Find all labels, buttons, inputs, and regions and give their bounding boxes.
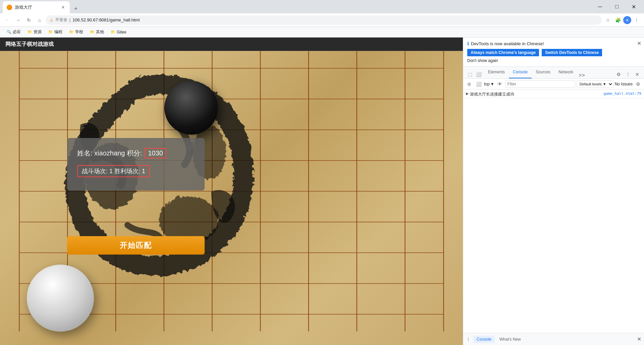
extensions-button[interactable]: 🧩 bbox=[613, 15, 623, 25]
expand-caret[interactable]: ▶ bbox=[466, 91, 469, 96]
forward-button[interactable]: → bbox=[13, 15, 23, 25]
bookmarks-bar: 🔍 必应 📁 资源 📁 编程 📁 学校 📁 其他 📁 Gitee bbox=[0, 27, 644, 38]
player-score-row: 姓名: xiaozhang 积分: 1030 bbox=[77, 148, 195, 158]
new-tab-button[interactable]: + bbox=[71, 4, 80, 13]
tab-title: 游戏大厅 bbox=[15, 4, 58, 10]
security-icon: ⚠ bbox=[50, 18, 53, 22]
info-icon: ℹ bbox=[467, 41, 469, 46]
no-issues-label: No Issues bbox=[615, 82, 633, 86]
bookmark-label: 编程 bbox=[54, 29, 62, 35]
folder-icon: 📁 bbox=[90, 30, 95, 34]
devtools-language-banner: ℹ DevTools is now available in Chinese! … bbox=[463, 38, 644, 67]
bookmark-label: 学校 bbox=[75, 29, 83, 35]
address-bar[interactable]: ⚠ 不安全 | 106.52.90.67:8081/game_hall.html bbox=[46, 15, 602, 25]
bookmark-star-button[interactable]: ☆ bbox=[603, 15, 612, 25]
active-tab[interactable]: 游戏大厅 ✕ bbox=[3, 1, 70, 13]
log-message: 游戏大厅长连接建立成功 bbox=[470, 91, 603, 97]
log-entry: ▶ 游戏大厅长连接建立成功 game_hall.html:79 bbox=[463, 91, 644, 98]
player-name-label: 姓名: xiaozhang 积分: bbox=[77, 149, 142, 158]
context-selector-label: top bbox=[484, 82, 490, 86]
device-toolbar-button[interactable]: ⬜ bbox=[475, 70, 483, 78]
folder-icon: 📁 bbox=[111, 30, 115, 34]
tab-close-button[interactable]: ✕ bbox=[60, 5, 66, 10]
banner-close-button[interactable]: ✕ bbox=[637, 40, 641, 47]
bookmark-label: Gitee bbox=[117, 30, 126, 34]
back-button[interactable]: ← bbox=[3, 15, 12, 25]
log-levels-select[interactable]: Default levels ▼ bbox=[577, 80, 613, 88]
devtools-more-button[interactable]: ⋮ bbox=[624, 70, 632, 78]
banner-title-text: DevTools is now available in Chinese! bbox=[471, 41, 544, 46]
start-match-button[interactable]: 开始匹配 bbox=[67, 236, 205, 255]
console-filter-input[interactable] bbox=[505, 80, 575, 88]
bookmark-school[interactable]: 📁 学校 bbox=[66, 28, 86, 36]
page-title-bar: 网络五子棋对战游戏 bbox=[0, 38, 463, 51]
clear-console-button[interactable]: ⊘ bbox=[465, 80, 473, 88]
bookmark-gitee[interactable]: 📁 Gitee bbox=[108, 29, 129, 35]
devtools-bottom-bar: ⋮ Console What's New ✕ bbox=[463, 333, 644, 345]
network-tab-label: Network bbox=[558, 70, 573, 74]
battle-text: 战斗场次: 1 胜利场次: 1 bbox=[77, 165, 150, 177]
banner-title-row: ℹ DevTools is now available in Chinese! bbox=[467, 41, 640, 46]
search-icon: 🔍 bbox=[7, 30, 11, 34]
tab-console[interactable]: Console bbox=[509, 66, 532, 78]
battle-stats-row: 战斗场次: 1 胜利场次: 1 bbox=[77, 165, 195, 177]
menu-button[interactable]: ⋮ bbox=[632, 15, 641, 25]
score-value: 1030 bbox=[145, 148, 166, 158]
collapse-button[interactable]: ⬜ bbox=[475, 80, 483, 88]
profile-button[interactable]: A bbox=[623, 16, 631, 24]
live-expressions-button[interactable]: 👁 bbox=[496, 80, 504, 88]
page-title: 网络五子棋对战游戏 bbox=[5, 41, 54, 48]
devtools-close-button[interactable]: ✕ bbox=[633, 70, 641, 78]
start-btn-label: 开始匹配 bbox=[120, 240, 152, 251]
context-dropdown-icon[interactable]: ▼ bbox=[490, 82, 494, 86]
minimize-button[interactable]: ─ bbox=[592, 1, 608, 12]
black-ball bbox=[164, 81, 218, 135]
bookmark-bingai[interactable]: 🔍 必应 bbox=[4, 28, 23, 36]
always-match-language-button[interactable]: Always match Chrome's language bbox=[467, 49, 539, 56]
bookmark-resources[interactable]: 📁 资源 bbox=[25, 28, 44, 36]
not-secure-label: 不安全 bbox=[55, 17, 67, 23]
devtools-settings-button[interactable]: ⚙ bbox=[614, 70, 623, 78]
url-text: 106.52.90.67:8081/game_hall.html bbox=[72, 17, 598, 22]
bookmark-other[interactable]: 📁 其他 bbox=[87, 28, 107, 36]
bottom-more-button[interactable]: ⋮ bbox=[466, 337, 471, 342]
log-source[interactable]: game_hall.html:79 bbox=[603, 91, 641, 96]
reload-button[interactable]: ↻ bbox=[24, 15, 34, 25]
elements-tab-label: Elements bbox=[488, 70, 505, 74]
devtools-panel: ℹ DevTools is now available in Chinese! … bbox=[463, 38, 644, 345]
tab-sources[interactable]: Sources bbox=[532, 66, 554, 78]
bottom-whats-new-tab[interactable]: What's New bbox=[496, 336, 524, 343]
console-output: ▶ 游戏大厅长连接建立成功 game_hall.html:79 bbox=[463, 89, 644, 333]
close-button[interactable]: ✕ bbox=[626, 1, 641, 12]
player-info-card: 姓名: xiaozhang 积分: 1030 战斗场次: 1 胜利场次: 1 bbox=[67, 138, 205, 191]
white-ball bbox=[27, 265, 94, 332]
switch-to-chinese-button[interactable]: Switch DevTools to Chinese bbox=[542, 49, 602, 56]
bookmark-label: 资源 bbox=[34, 29, 42, 35]
bookmark-label: 其他 bbox=[96, 29, 104, 35]
inspect-element-button[interactable]: ⬚ bbox=[466, 70, 474, 78]
issues-settings-button[interactable]: ⚙ bbox=[634, 80, 642, 88]
sources-tab-label: Sources bbox=[536, 70, 550, 74]
more-tabs-button[interactable]: >> bbox=[579, 72, 585, 78]
tab-elements[interactable]: Elements bbox=[484, 66, 509, 78]
console-tab-label: Console bbox=[513, 70, 528, 74]
dont-show-again-link[interactable]: Don't show again bbox=[467, 58, 640, 63]
game-area: 网络五子棋对战游戏 姓名: xiaozhang 积分: 1030 战斗场次: 1… bbox=[0, 38, 463, 345]
svg-point-20 bbox=[158, 195, 218, 242]
maximize-button[interactable]: □ bbox=[609, 1, 625, 12]
folder-icon: 📁 bbox=[69, 30, 74, 34]
tab-favicon bbox=[7, 5, 12, 10]
tab-network[interactable]: Network bbox=[554, 66, 577, 78]
bottom-console-tab[interactable]: Console bbox=[473, 336, 495, 343]
folder-icon: 📁 bbox=[48, 30, 53, 34]
navigation-bar: ← → ↻ ⌂ ⚠ 不安全 | 106.52.90.67:8081/game_h… bbox=[0, 13, 644, 27]
devtools-tabs: ⬚ ⬜ Elements Console Sources Network >> … bbox=[463, 67, 644, 79]
banner-buttons: Always match Chrome's language Switch De… bbox=[467, 49, 640, 56]
home-button[interactable]: ⌂ bbox=[35, 15, 44, 25]
console-toolbar: ⊘ ⬜ top ▼ 👁 Default levels ▼ No Issues ⚙ bbox=[463, 79, 644, 89]
folder-icon: 📁 bbox=[28, 30, 32, 34]
bookmark-label: 必应 bbox=[13, 29, 21, 35]
bookmark-coding[interactable]: 📁 编程 bbox=[46, 28, 65, 36]
bottom-close-button[interactable]: ✕ bbox=[637, 336, 641, 342]
